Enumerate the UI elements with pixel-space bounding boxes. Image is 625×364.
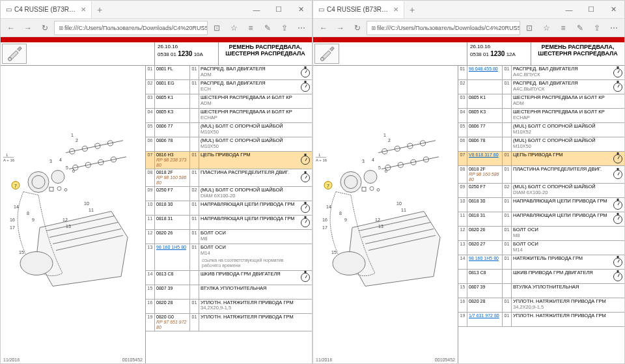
more-button[interactable]: ⋯ [294,20,309,36]
table-row[interactable]: 14 0813 C8 ШКИВ ПРИВОДА ГРМ ДВИГАТЕЛЯ [146,271,312,285]
new-tab-button[interactable]: + [92,5,107,15]
table-row[interactable]: 09 0250 F7 02 (MUL) БОЛТ С ОПОРНОЙ ШАЙБО… [146,187,312,201]
back-button[interactable]: ← [3,20,19,36]
table-row[interactable]: 06 0806 78 (MUL) БОЛТ С ОПОРНОЙ ШАЙБОЙ M… [458,137,624,152]
part-number-link[interactable]: 1/7 631 972 80 [469,313,501,318]
table-row[interactable]: 12 0820 26 01 БОЛТ ОСИ M8 [146,230,312,244]
table-row[interactable]: 11 0818 31 01 НАПРАВЛЯЮЩАЯ ЦЕПИ ПРИВОДА … [458,212,624,227]
table-row[interactable]: 03 0805 K1 ШЕСТЕРНЯ РАСПРЕДВАЛА И БОЛТ К… [146,94,312,109]
part-code-cell: 0806 77 [467,123,503,137]
table-row[interactable]: 13 98 160 1H5 80 01 БОЛТ ОСИ M14 ссылка … [146,244,312,270]
rp-code[interactable]: RP 98 160 586 80 [156,175,188,186]
parts-table[interactable]: 01 98 048 455 80 01 РАСПРЕД. ВАЛ ДВИГАТЕ… [458,66,624,363]
close-tab-icon[interactable]: ✕ [393,6,398,13]
more-button[interactable]: ⋯ [606,20,622,36]
refresh-button[interactable]: ↻ [37,20,53,36]
stopwatch-icon[interactable] [613,68,622,77]
table-row[interactable]: 07 0816 H3 RP 98 238 373 80 01 ЦЕПЬ ПРИВ… [146,152,312,169]
table-row[interactable]: 03 0805 K1 ШЕСТЕРНЯ РАСПРЕДВАЛА И БОЛТ К… [458,94,624,109]
forward-button[interactable]: → [20,20,36,36]
table-row[interactable]: 01 98 048 455 80 01 РАСПРЕД. ВАЛ ДВИГАТЕ… [458,66,624,80]
table-row[interactable]: 10 0818 30 01 НАПРАВЛЯЮЩАЯ ЦЕПИ ПРИВОДА … [458,198,624,212]
url-input[interactable]: 🗎file:///C:/Users/Пользователь/Downloads… [54,21,208,35]
table-row[interactable]: 14 98 160 1H5 80 01 НАТЯЖИТЕЛЬ ПРИВОДА Г… [458,255,624,270]
table-row[interactable]: 0813 C8 ШКИВ ПРИВОДА ГРМ ДВИГАТЕЛЯ [458,270,624,284]
new-tab-button[interactable]: + [404,5,420,15]
table-row[interactable]: 08 0818 2F RP 98 160 586 80 01 ПЛАСТИНА … [146,169,312,187]
table-row[interactable]: 19 1/7 631 972 80 01 УПЛОТН. НАТЯЖИТЕЛЯ … [458,313,624,327]
stopwatch-icon[interactable] [613,201,622,210]
hub-button[interactable]: ≡ [243,20,258,36]
parts-table[interactable]: 01 0801 FL 01 РАСПРЕД. ВАЛ ДВИГАТЕЛЯ ADM [145,66,312,363]
table-row[interactable]: 02 01 РАСПРЕД. ВАЛ ДВИГАТЕЛЯ A4C.ВЫПУСК [458,80,624,94]
close-window-button[interactable]: ✕ [290,1,312,19]
notes-button[interactable]: ✎ [260,20,275,36]
table-row[interactable]: 02 0801 EG 01 РАСПРЕД. ВАЛ ДВИГАТЕЛЯ ECH [146,80,312,94]
rp-code[interactable]: RP 97 651 972 80 [156,320,188,330]
part-thumbnail[interactable] [314,44,339,64]
stopwatch-icon[interactable] [301,273,310,282]
favorites-button[interactable]: ☆ [538,20,554,36]
stopwatch-icon[interactable] [613,258,622,267]
stopwatch-icon[interactable] [301,173,310,182]
table-row[interactable]: 15 0807 39 ВТУЛКА УПЛОТНИТЕЛЬНАЯ [146,285,312,300]
exploded-diagram[interactable]: 12 34 56 7 89 1011 1213 1415 1617 1A + 1… [1,66,145,363]
hub-button[interactable]: ≡ [555,20,571,36]
table-row[interactable]: 13 0820 27 01 БОЛТ ОСИ M14 [458,241,624,255]
table-row[interactable]: 08 0818 2F RP 98 160 586 80 01 ПЛАСТИНА … [458,166,624,184]
table-row[interactable]: 11 0818 31 01 НАПРАВЛЯЮЩАЯ ЦЕПИ ПРИВОДА … [146,216,312,230]
reading-mode-button[interactable]: ⊡ [521,20,537,36]
stopwatch-icon[interactable] [613,272,622,281]
stopwatch-icon[interactable] [301,83,310,92]
close-window-button[interactable]: ✕ [602,1,624,19]
back-button[interactable]: ← [316,20,331,36]
qty: 01 [190,230,199,244]
part-number-link[interactable]: 98 160 1H5 80 [156,245,188,250]
exploded-diagram[interactable]: 12 34 56 7 89 1011 1213 1415 1617 1A + 1… [313,66,458,363]
favorites-button[interactable]: ☆ [226,20,242,36]
forward-button[interactable]: → [333,20,348,36]
table-row[interactable]: 01 0801 FL 01 РАСПРЕД. ВАЛ ДВИГАТЕЛЯ ADM [146,66,312,80]
stopwatch-icon[interactable] [301,218,310,227]
browser-tab[interactable]: ▭ C4 RUSSIE (B73R) - 053… ✕ [1,1,92,18]
url-input[interactable]: 🗎file:///C:/Users/Пользователь/Downloads… [367,21,520,35]
part-number-link[interactable]: V8 618 317 80 [469,152,501,158]
table-row[interactable]: 04 0805 K3 ШЕСТЕРНЯ РАСПРЕДВАЛА И БОЛТ К… [458,109,624,123]
stopwatch-icon[interactable] [613,83,622,92]
table-row[interactable]: 05 0806 77 (MUL) БОЛТ С ОПОРНОЙ ШАЙБОЙ M… [146,123,312,137]
table-row[interactable]: 07 V8 618 317 80 01 ЦЕПЬ ПРИВОДА ГРМ [458,152,624,166]
stopwatch-icon[interactable] [613,215,622,224]
table-row[interactable]: 05 0806 77 (MUL) БОЛТ С ОПОРНОЙ ШАЙБОЙ M… [458,123,624,137]
reading-mode-button[interactable]: ⊡ [209,20,225,36]
part-number-link[interactable]: 98 048 455 80 [469,66,501,72]
close-tab-icon[interactable]: ✕ [81,6,86,13]
rp-code[interactable]: RP 98 160 586 80 [469,172,501,182]
stopwatch-icon[interactable] [301,204,310,213]
minimize-button[interactable]: — [558,1,580,19]
maximize-button[interactable]: ☐ [268,1,290,19]
stopwatch-icon[interactable] [301,68,310,77]
table-row[interactable]: 16 0820 28 01 УПЛОТН. НАТЯЖИТЕЛЯ ПРИВОДА… [146,300,312,314]
table-row[interactable]: 19 0820 G0 RP 97 651 972 80 01 УПЛОТН. Н… [146,314,312,331]
table-row[interactable]: 10 0818 30 01 НАПРАВЛЯЮЩАЯ ЦЕПИ ПРИВОДА … [146,201,312,216]
stopwatch-icon[interactable] [301,156,310,165]
share-button[interactable]: ⇪ [277,20,292,36]
part-thumbnail[interactable] [2,44,27,64]
table-row[interactable]: 09 0250 F7 02 (MUL) БОЛТ С ОПОРНОЙ ШАЙБО… [458,184,624,198]
notes-button[interactable]: ✎ [572,20,588,36]
stopwatch-icon[interactable] [613,154,622,163]
table-row[interactable]: 15 0807 39 ВТУЛКА УПЛОТНИТЕЛЬНАЯ [458,284,624,298]
part-number-link[interactable]: 98 160 1H5 80 [469,256,501,261]
minimize-button[interactable]: — [245,1,268,19]
refresh-button[interactable]: ↻ [350,20,365,36]
browser-tab[interactable]: ▭ C4 RUSSIE (B73R) - 053… ✕ [313,1,404,18]
table-row[interactable]: 16 0820 28 01 УПЛОТН. НАТЯЖИТЕЛЯ ПРИВОДА… [458,298,624,313]
share-button[interactable]: ⇪ [589,20,605,36]
stopwatch-icon[interactable] [613,170,622,179]
table-row[interactable]: 06 0806 78 (MUL) БОЛТ С ОПОРНОЙ ШАЙБОЙ M… [146,137,312,152]
table-row[interactable]: 04 0805 K3 ШЕСТЕРНЯ РАСПРЕДВАЛА И БОЛТ К… [146,109,312,123]
table-row[interactable]: 12 0820 26 01 БОЛТ ОСИ M8 [458,227,624,241]
maximize-button[interactable]: ☐ [580,1,602,19]
part-code: 0805 K1 [156,95,188,100]
rp-code[interactable]: RP 98 238 373 80 [156,158,188,168]
